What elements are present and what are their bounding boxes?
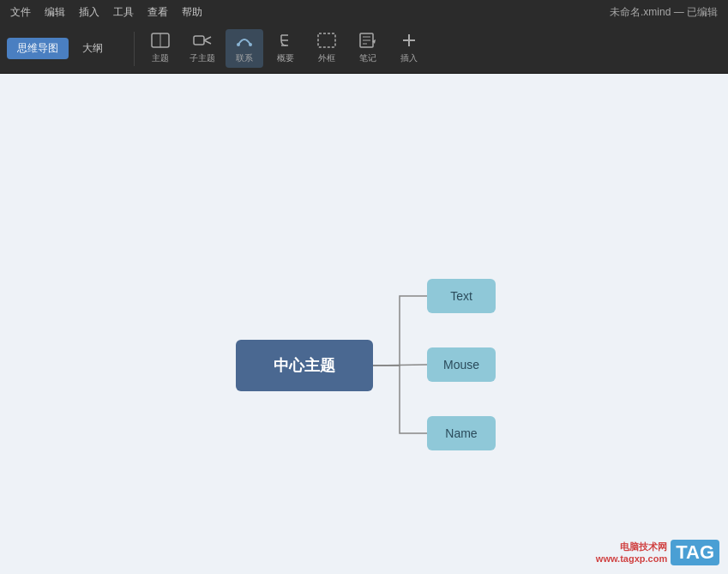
center-node-label: 中心主题 <box>274 355 335 376</box>
watermark: 电脑技术网 www.tagxp.com TAG <box>596 540 719 565</box>
tab-mindmap[interactable]: 思维导图 <box>7 38 69 59</box>
watermark-tag: TAG <box>671 540 719 565</box>
branch-node-text-label: Text <box>450 289 472 303</box>
btn-topic-label: 主题 <box>152 52 169 64</box>
btn-relation[interactable]: 联系 <box>226 29 263 68</box>
btn-note-label: 笔记 <box>359 52 376 64</box>
toolbar-divider <box>134 32 135 66</box>
svg-rect-8 <box>318 33 335 47</box>
branch-node-mouse[interactable]: Mouse <box>427 347 496 382</box>
relation-icon <box>235 33 254 51</box>
btn-subtopic[interactable]: 子主题 <box>183 29 222 68</box>
btn-insert-label: 插入 <box>400 52 418 64</box>
center-node[interactable]: 中心主题 <box>236 340 373 391</box>
menu-help[interactable]: 帮助 <box>182 5 202 20</box>
frame-icon <box>317 33 336 51</box>
btn-subtopic-label: 子主题 <box>190 52 215 64</box>
branch-node-name-label: Name <box>445 426 477 440</box>
watermark-line1: 电脑技术网 <box>596 541 667 553</box>
svg-point-3 <box>237 43 240 46</box>
btn-frame[interactable]: 外框 <box>308 29 346 68</box>
canvas[interactable]: 中心主题 Text Mouse Name 电脑技术网 www.tagxp.com… <box>0 74 728 574</box>
btn-summary-label: 概要 <box>277 52 294 64</box>
menu-file[interactable]: 文件 <box>10 5 31 20</box>
btn-summary[interactable]: 概要 <box>267 29 304 68</box>
btn-topic[interactable]: 主题 <box>141 29 179 68</box>
menu-tools[interactable]: 工具 <box>113 5 134 20</box>
menu-edit[interactable]: 编辑 <box>45 5 65 20</box>
note-icon <box>358 33 377 51</box>
btn-insert[interactable]: 插入 <box>390 29 428 68</box>
mindmap-connections <box>0 74 728 574</box>
svg-rect-2 <box>194 36 204 45</box>
insert-icon <box>400 33 418 51</box>
btn-note[interactable]: 笔记 <box>349 29 387 68</box>
branch-node-name[interactable]: Name <box>427 416 496 450</box>
subtopic-icon <box>193 33 212 51</box>
branch-node-text[interactable]: Text <box>427 279 496 313</box>
document-title: 未命名.xmind — 已编辑 <box>610 5 718 20</box>
view-tabs: 思维导图 大纲 <box>7 38 113 59</box>
menu-view[interactable]: 查看 <box>147 5 168 20</box>
topic-icon <box>151 33 170 51</box>
btn-relation-label: 联系 <box>236 52 253 64</box>
tab-outline[interactable]: 大纲 <box>72 38 113 59</box>
summary-icon <box>276 33 295 51</box>
title-bar: 文件 编辑 插入 工具 查看 帮助 未命名.xmind — 已编辑 <box>0 0 728 24</box>
toolbar: 思维导图 大纲 主题 子主题 <box>0 24 728 74</box>
svg-point-4 <box>249 43 252 46</box>
branch-node-mouse-label: Mouse <box>443 358 479 372</box>
watermark-line2: www.tagxp.com <box>596 553 667 565</box>
btn-frame-label: 外框 <box>318 52 335 64</box>
menu-insert[interactable]: 插入 <box>79 5 99 20</box>
watermark-text: 电脑技术网 www.tagxp.com <box>596 541 667 565</box>
toolbar-buttons: 主题 子主题 联系 <box>141 29 721 68</box>
